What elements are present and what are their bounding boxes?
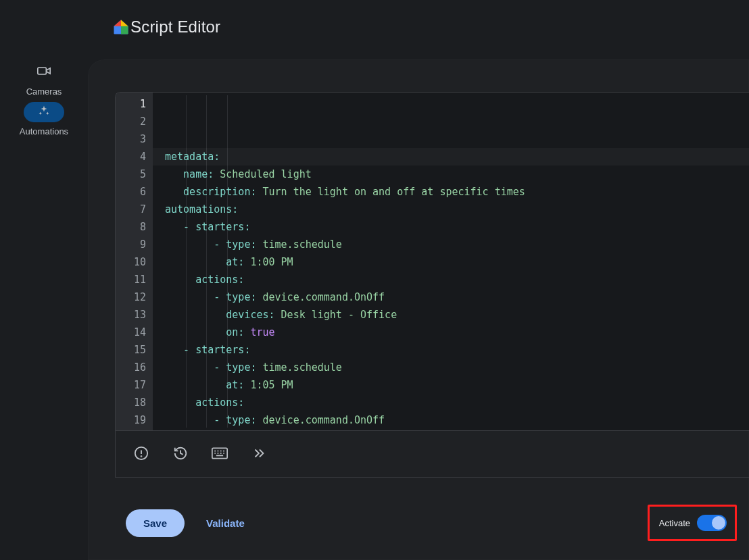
code-line[interactable]: at: 1:00 PM: [165, 253, 749, 271]
code-area[interactable]: metadata: name: Scheduled light descript…: [153, 93, 749, 430]
code-line[interactable]: description: Turn the light on and off a…: [165, 183, 749, 201]
line-number: 14: [116, 324, 146, 341]
code-token: -: [214, 411, 226, 429]
code-token: time.schedule: [263, 236, 342, 253]
activate-highlight: Activate: [648, 505, 737, 541]
main-panel: 12345678910111213141516171819 metadata: …: [88, 59, 749, 560]
code-line[interactable]: devices: Desk light - Office: [165, 306, 749, 324]
code-token: -: [214, 288, 226, 306]
header: Script Editor: [0, 0, 749, 54]
code-token: [256, 236, 262, 253]
code-token: device.command.OnOff: [263, 411, 385, 429]
line-number: 5: [116, 166, 146, 183]
code-line[interactable]: - type: device.command.OnOff: [165, 288, 749, 306]
line-number: 9: [116, 236, 146, 253]
code-token: type:: [226, 411, 256, 429]
keyboard-icon[interactable]: [212, 445, 228, 461]
code-line[interactable]: on: true: [165, 324, 749, 341]
code-token: Turn the light on and off at specific ti…: [263, 183, 525, 201]
error-icon[interactable]: [133, 445, 149, 461]
code-token: devices:: [226, 306, 274, 324]
activate-label: Activate: [659, 518, 690, 528]
code-token: description:: [183, 183, 256, 201]
line-number: 18: [116, 394, 146, 411]
code-line[interactable]: actions:: [165, 394, 749, 411]
code-token: 1:05 PM: [250, 376, 293, 394]
code-line[interactable]: at: 1:05 PM: [165, 376, 749, 394]
code-token: [256, 288, 262, 306]
code-line[interactable]: automations:: [165, 201, 749, 218]
sidebar-item-cameras[interactable]: Cameras: [0, 62, 88, 97]
code-token: type:: [226, 236, 256, 253]
line-number: 11: [116, 271, 146, 288]
code-token: Desk light - Office: [281, 306, 397, 324]
editor-toolbar: [115, 430, 749, 478]
code-token: -: [214, 359, 226, 376]
line-number-gutter: 12345678910111213141516171819: [116, 93, 153, 430]
svg-rect-4: [212, 448, 227, 458]
code-line[interactable]: actions:: [165, 271, 749, 288]
code-line[interactable]: name: Scheduled light: [165, 166, 749, 183]
code-token: starters:: [195, 218, 250, 236]
line-number: 4: [116, 148, 146, 166]
code-token: 1:00 PM: [250, 253, 293, 271]
code-token: name:: [183, 166, 214, 183]
camera-icon: [37, 66, 51, 79]
line-number: 15: [116, 341, 146, 359]
code-token: actions:: [195, 271, 244, 288]
line-number: 7: [116, 201, 146, 218]
code-token: starters:: [195, 341, 250, 359]
code-token: [256, 411, 262, 429]
code-token: true: [250, 324, 274, 341]
code-token: -: [214, 236, 226, 253]
code-token: Scheduled light: [220, 166, 311, 183]
line-number: 6: [116, 183, 146, 201]
line-number: 3: [116, 130, 146, 148]
sidebar-item-label: Automations: [20, 126, 68, 136]
code-editor[interactable]: 12345678910111213141516171819 metadata: …: [115, 92, 749, 431]
chevrons-right-icon[interactable]: [251, 445, 267, 461]
code-token: [256, 183, 262, 201]
line-number: 13: [116, 306, 146, 324]
line-number: 19: [116, 411, 146, 429]
code-token: [256, 359, 262, 376]
code-line[interactable]: - starters:: [165, 218, 749, 236]
svg-point-3: [141, 456, 142, 457]
line-number: 8: [116, 218, 146, 236]
line-number: 12: [116, 288, 146, 306]
code-token: device.command.OnOff: [263, 288, 385, 306]
code-token: automations:: [165, 201, 238, 218]
save-button[interactable]: Save: [126, 509, 185, 537]
code-token: [244, 253, 250, 271]
line-number: 10: [116, 253, 146, 271]
code-token: at:: [226, 376, 244, 394]
svg-rect-0: [38, 68, 47, 74]
code-line[interactable]: - type: time.schedule: [165, 359, 749, 376]
line-number: 17: [116, 376, 146, 394]
line-number: 1: [116, 95, 146, 113]
code-token: actions:: [195, 394, 244, 411]
footer-bar: Save Validate Activate: [115, 492, 749, 553]
validate-button[interactable]: Validate: [199, 509, 251, 537]
code-line[interactable]: - type: device.command.OnOff: [165, 411, 749, 429]
code-token: at:: [226, 253, 244, 271]
code-token: -: [183, 218, 195, 236]
code-token: [214, 166, 220, 183]
sparkle-icon: [38, 105, 50, 120]
sidebar-item-label: Cameras: [26, 86, 62, 97]
code-line[interactable]: - starters:: [165, 341, 749, 359]
activate-toggle[interactable]: [697, 515, 727, 531]
history-icon[interactable]: [172, 445, 189, 461]
code-token: type:: [226, 359, 256, 376]
code-token: metadata:: [165, 148, 220, 166]
sidebar: Cameras Automations: [0, 54, 88, 560]
code-line[interactable]: - type: time.schedule: [165, 236, 749, 253]
sidebar-item-automations[interactable]: Automations: [0, 102, 88, 136]
code-token: -: [183, 341, 195, 359]
code-token: time.schedule: [263, 359, 342, 376]
code-token: [244, 376, 250, 394]
line-number: 16: [116, 359, 146, 376]
code-line[interactable]: metadata:: [153, 148, 749, 166]
code-token: on:: [226, 324, 244, 341]
google-home-logo-icon: [112, 18, 130, 36]
